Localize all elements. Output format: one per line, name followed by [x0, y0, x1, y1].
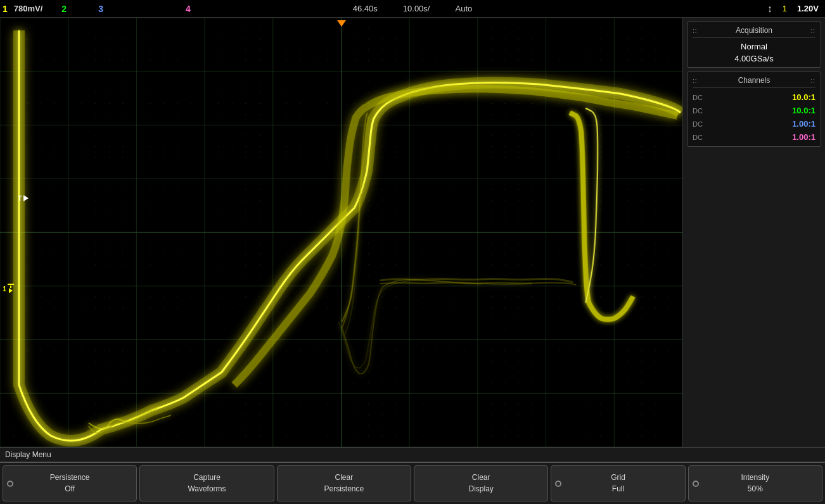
btn-label2-grid: Full	[612, 484, 624, 495]
t-arrow	[23, 195, 29, 201]
time-offset: 46.40s	[353, 4, 378, 13]
acquisition-section: :: Acquisition :: Normal 4.00GSa/s	[687, 22, 821, 68]
main-area: T 1 :: Acquisition ::	[0, 18, 825, 447]
btn-radio-intensity	[693, 481, 699, 487]
channel-row-2: DC 10.0:1	[693, 104, 815, 117]
btn-wrapper-grid: GridFull	[551, 465, 685, 501]
ch3-indicator[interactable]: 3	[98, 4, 103, 14]
ch2-ratio: 10.0:1	[792, 106, 815, 115]
ch1-ratio: 10.0:1	[792, 92, 815, 102]
btn-wrapper-clear-persistence: ClearPersistence	[277, 465, 411, 501]
channels-header: :: Channels ::	[693, 75, 815, 88]
btn-capture[interactable]: CaptureWaveforms	[139, 465, 274, 501]
top-right-info: ↕ 1 1.20V	[767, 3, 819, 15]
btn-label1-clear-persistence: Clear	[335, 473, 353, 483]
ch2-coupling: DC	[693, 107, 703, 115]
top-center-info: 46.40s 10.00s/ Auto	[353, 4, 472, 13]
trigger-mode: Auto	[455, 4, 472, 13]
channels-section: :: Channels :: DC 10.0:1 DC 10.0:1 DC 1.…	[687, 72, 821, 147]
btn-clear-persistence[interactable]: ClearPersistence	[277, 465, 411, 501]
btn-wrapper-persistence: PersistenceOff	[3, 465, 137, 501]
scope-display: T 1	[0, 18, 683, 447]
trigger-marker-left: T	[18, 194, 29, 202]
bottom-menu: Display Menu	[0, 447, 825, 462]
btn-wrapper-clear-display: ClearDisplay	[414, 465, 548, 501]
t-label: T	[18, 194, 22, 202]
ch3-ratio: 1.00:1	[792, 119, 815, 129]
btn-clear-display[interactable]: ClearDisplay	[414, 465, 548, 501]
btn-label1-intensity: Intensity	[741, 473, 769, 483]
bottom-menu-label: Display Menu	[5, 450, 51, 459]
btn-label2-capture: Waveforms	[188, 484, 226, 495]
right-panel: :: Acquisition :: Normal 4.00GSa/s :: Ch…	[683, 18, 825, 447]
trigger-ch-label: 1	[783, 4, 787, 13]
btn-label1-clear-display: Clear	[472, 473, 490, 483]
acquisition-header: :: Acquisition ::	[693, 25, 815, 38]
ch4-ratio: 1.00:1	[792, 132, 815, 142]
btn-label1-grid: Grid	[611, 473, 625, 483]
channel-row-3: DC 1.00:1	[693, 117, 815, 130]
ch4-indicator[interactable]: 4	[186, 4, 191, 14]
acquisition-rate: 4.00GSa/s	[693, 53, 815, 65]
top-bar: 1 780mV/ 2 3 4 46.40s 10.00s/ Auto ↕ 1 1…	[0, 0, 825, 18]
ch1-indicator[interactable]: 1	[3, 4, 8, 14]
waveform-svg	[0, 18, 682, 447]
channel-row-4: DC 1.00:1	[693, 130, 815, 144]
acquisition-mode: Normal	[693, 41, 815, 53]
btn-label2-clear-persistence: Persistence	[324, 484, 364, 495]
ch1-scale: 780mV/	[14, 4, 43, 13]
btn-label2-clear-display: Display	[468, 484, 493, 495]
btn-label2-persistence: Off	[65, 484, 75, 495]
acquisition-label: Acquisition	[736, 26, 772, 35]
bottom-buttons: PersistenceOffCaptureWaveformsClearPersi…	[0, 462, 825, 504]
btn-persistence[interactable]: PersistenceOff	[3, 465, 137, 501]
channel-rows: DC 10.0:1 DC 10.0:1 DC 1.00:1 DC 1.00:1	[693, 91, 815, 144]
trigger-voltage: 1.20V	[797, 4, 819, 13]
gnd-marker-ch1: 1	[3, 284, 14, 293]
btn-label2-intensity: 50%	[748, 484, 763, 495]
channel-row-1: DC 10.0:1	[693, 91, 815, 104]
trigger-icon: ↕	[767, 3, 772, 15]
ch2-indicator[interactable]: 2	[61, 4, 67, 14]
btn-label1-persistence: Persistence	[50, 473, 90, 483]
ch3-coupling: DC	[693, 120, 703, 128]
gnd-label-ch1: 1	[3, 285, 6, 293]
trigger-marker-top	[337, 20, 346, 27]
ch1-coupling: DC	[693, 94, 703, 101]
btn-wrapper-intensity: Intensity50%	[688, 465, 822, 501]
btn-intensity[interactable]: Intensity50%	[688, 465, 822, 501]
time-div: 10.00s/	[403, 4, 430, 13]
btn-label1-capture: Capture	[193, 473, 221, 483]
btn-wrapper-capture: CaptureWaveforms	[139, 465, 274, 501]
ch4-coupling: DC	[693, 134, 703, 141]
btn-grid[interactable]: GridFull	[551, 465, 685, 501]
btn-radio-grid	[555, 481, 561, 487]
btn-radio-persistence	[7, 481, 13, 487]
channels-label: Channels	[738, 76, 771, 85]
